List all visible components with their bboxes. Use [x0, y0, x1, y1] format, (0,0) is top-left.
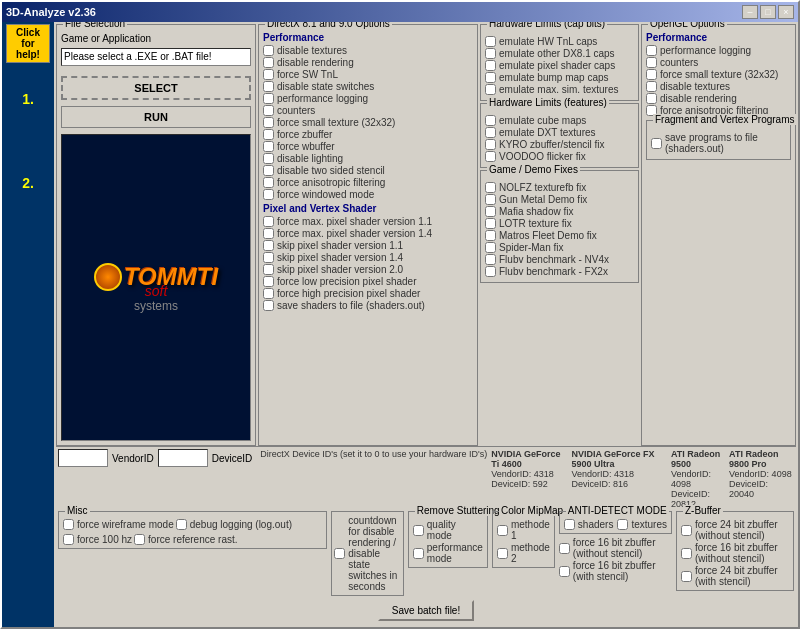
vendor-id-input[interactable] — [58, 449, 108, 467]
device-card-0[interactable]: NVIDIA GeForce Ti 4600VendorID: 4318Devi… — [491, 449, 565, 509]
help-button[interactable]: Click for help! — [6, 24, 50, 63]
dx-perf-checkbox-2[interactable] — [263, 69, 274, 80]
hw-cap-item-4: emulate max. sim. textures — [485, 84, 634, 95]
opengl-label-2: force small texture (32x32) — [660, 69, 778, 80]
opengl-checkbox-0[interactable] — [646, 45, 657, 56]
close-button[interactable]: × — [778, 5, 794, 19]
stutter-checkbox-1[interactable] — [413, 548, 424, 559]
hw-feat-checkbox-1[interactable] — [485, 127, 496, 138]
game-fix-checkbox-2[interactable] — [485, 206, 496, 217]
hw-cap-checkboxes: emulate HW TnL capsemulate other DX8.1 c… — [485, 29, 634, 95]
mipmap-checkbox-1[interactable] — [497, 548, 508, 559]
dx-pv-checkbox-7[interactable] — [263, 300, 274, 311]
game-fixes-checkboxes: NOLFZ texturefb fixGun Metal Demo fixMaf… — [485, 175, 634, 277]
dx-perf-checkbox-6[interactable] — [263, 117, 274, 128]
stutter-checkbox-0[interactable] — [413, 525, 424, 536]
anti-detect-group: ANTI-DETECT MODE shaderstextures — [559, 511, 672, 534]
hw-cap-label-0: emulate HW TnL caps — [499, 36, 597, 47]
misc-checkbox-0[interactable] — [63, 519, 74, 530]
dx-perf-checkbox-1[interactable] — [263, 57, 274, 68]
opengl-checkbox-2[interactable] — [646, 69, 657, 80]
dx-perf-checkbox-9[interactable] — [263, 153, 274, 164]
dx-perf-checkbox-5[interactable] — [263, 105, 274, 116]
force-bit-checkbox-1[interactable] — [559, 566, 570, 577]
hw-cap-checkbox-0[interactable] — [485, 36, 496, 47]
dx-pv-checkbox-3[interactable] — [263, 252, 274, 263]
dx-pv-checkbox-4[interactable] — [263, 264, 274, 275]
maximize-button[interactable]: □ — [760, 5, 776, 19]
game-fix-checkbox-3[interactable] — [485, 218, 496, 229]
dx-perf-item-9: disable lighting — [263, 153, 473, 164]
hw-feat-checkbox-2[interactable] — [485, 139, 496, 150]
opengl-checkbox-1[interactable] — [646, 57, 657, 68]
hw-cap-checkbox-2[interactable] — [485, 60, 496, 71]
device-cards: NVIDIA GeForce Ti 4600VendorID: 4318Devi… — [491, 449, 794, 509]
zbuf-item-0: force 24 bit zbuffer (without stencil) — [681, 519, 789, 541]
dx-perf-checkbox-3[interactable] — [263, 81, 274, 92]
device-card-1[interactable]: NVIDIA GeForce FX 5900 UltraVendorID: 43… — [571, 449, 664, 509]
device-card-2[interactable]: ATI Radeon 9500VendorID: 4098DeviceID: 2… — [671, 449, 723, 509]
mipmap-checkbox-0[interactable] — [497, 525, 508, 536]
dx-perf-checkbox-8[interactable] — [263, 141, 274, 152]
device-id-input[interactable] — [158, 449, 208, 467]
device-card-3[interactable]: ATI Radeon 9800 ProVendorID: 4098DeviceI… — [729, 449, 794, 509]
zbuf-checkbox-1[interactable] — [681, 548, 692, 559]
anti-detect-checkbox-0[interactable] — [564, 519, 575, 530]
anti-detect-label-1: textures — [631, 519, 667, 530]
dx-pv-item-1: force max. pixel shader version 1.4 — [263, 228, 473, 239]
force-bit-checkbox-0[interactable] — [559, 543, 570, 554]
game-fix-checkbox-5[interactable] — [485, 242, 496, 253]
opengl-checkbox-3[interactable] — [646, 81, 657, 92]
misc-checkbox-3[interactable] — [134, 534, 145, 545]
game-fix-checkbox-6[interactable] — [485, 254, 496, 265]
dx-perf-checkbox-12[interactable] — [263, 189, 274, 200]
stutter-label-0: quality mode — [427, 519, 483, 541]
title-bar: 3D-Analyze v2.36 – □ × — [2, 2, 798, 22]
hw-cap-checkbox-3[interactable] — [485, 72, 496, 83]
pixel-vertex-section-label: Pixel and Vertex Shader — [263, 203, 473, 214]
dx-perf-checkbox-4[interactable] — [263, 93, 274, 104]
hw-feat-item-1: emulate DXT textures — [485, 127, 634, 138]
run-button[interactable]: RUN — [61, 106, 251, 128]
misc-checkbox-2[interactable] — [63, 534, 74, 545]
file-selection-group: File Selection Game or Application Pleas… — [56, 24, 256, 446]
force-bit-item-1: force 16 bit zbuffer (with stencil) — [559, 560, 672, 582]
hw-cap-checkbox-4[interactable] — [485, 84, 496, 95]
hw-cap-checkbox-1[interactable] — [485, 48, 496, 59]
frag-checkbox-0[interactable] — [651, 138, 662, 149]
dx-perf-label-1: disable rendering — [277, 57, 354, 68]
game-fix-checkbox-4[interactable] — [485, 230, 496, 241]
hw-feat-checkbox-3[interactable] — [485, 151, 496, 162]
dx-pv-label-2: skip pixel shader version 1.1 — [277, 240, 403, 251]
game-fix-item-4: Matros Fleet Demo fix — [485, 230, 634, 241]
dx-perf-checkbox-11[interactable] — [263, 177, 274, 188]
anti-detect-checkbox-1[interactable] — [617, 519, 628, 530]
misc-checkbox-1[interactable] — [176, 519, 187, 530]
hw-cap-label-3: emulate bump map caps — [499, 72, 609, 83]
dx-pv-label-0: force max. pixel shader version 1.1 — [277, 216, 432, 227]
game-fix-checkbox-7[interactable] — [485, 266, 496, 277]
dx-perf-checkbox-0[interactable] — [263, 45, 274, 56]
game-fix-checkbox-0[interactable] — [485, 182, 496, 193]
hw-feat-checkbox-0[interactable] — [485, 115, 496, 126]
game-fix-checkbox-1[interactable] — [485, 194, 496, 205]
dx-pv-label-5: force low precision pixel shader — [277, 276, 417, 287]
frag-item-0: save programs to file (shaders.out) — [651, 132, 786, 154]
main-content: File Selection Game or Application Pleas… — [54, 22, 798, 627]
dx-perf-item-11: force anisotropic filtering — [263, 177, 473, 188]
minimize-button[interactable]: – — [742, 5, 758, 19]
select-button[interactable]: SELECT — [61, 76, 251, 100]
dx-pv-checkbox-5[interactable] — [263, 276, 274, 287]
dx-perf-checkbox-7[interactable] — [263, 129, 274, 140]
dx-pv-checkbox-2[interactable] — [263, 240, 274, 251]
dx-pv-checkbox-1[interactable] — [263, 228, 274, 239]
zbuf-checkbox-0[interactable] — [681, 525, 692, 536]
zbuf-checkbox-2[interactable] — [681, 571, 692, 582]
dx-pv-checkbox-0[interactable] — [263, 216, 274, 227]
opengl-checkbox-4[interactable] — [646, 93, 657, 104]
dx-perf-checkbox-10[interactable] — [263, 165, 274, 176]
dx-pv-checkbox-6[interactable] — [263, 288, 274, 299]
countdown-checkbox[interactable] — [334, 548, 345, 559]
pixel-vertex-checkboxes: force max. pixel shader version 1.1force… — [263, 216, 473, 311]
save-batch-button[interactable]: Save batch file! — [378, 600, 474, 621]
